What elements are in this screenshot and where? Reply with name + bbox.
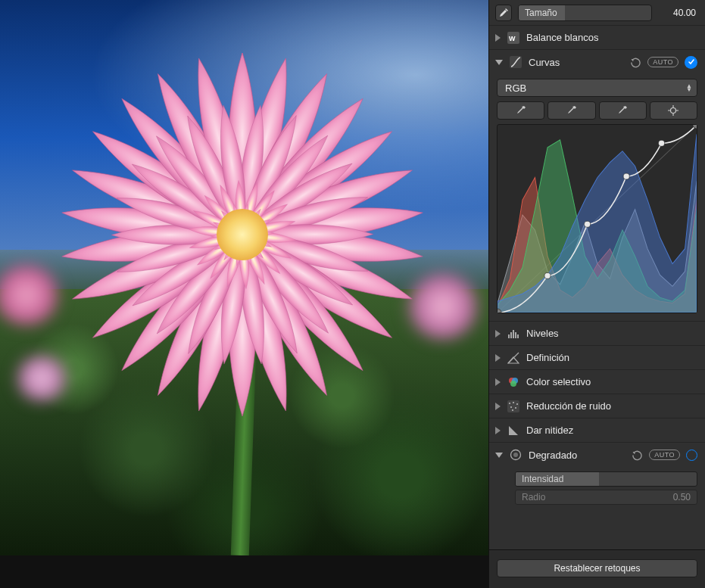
svg-point-23 [516, 403, 518, 405]
svg-rect-13 [510, 332, 512, 338]
curves-icon [509, 55, 523, 69]
svg-rect-12 [508, 334, 510, 338]
gradient-auto-button[interactable]: AUTO [649, 450, 680, 460]
image-preview[interactable] [0, 0, 488, 588]
eyedropper-gray-button[interactable] [547, 101, 595, 120]
svg-text:W: W [509, 35, 516, 42]
svg-point-24 [510, 406, 512, 408]
svg-rect-15 [515, 332, 516, 338]
stepper-icon: ▲▼ [686, 84, 692, 92]
svg-point-22 [513, 402, 514, 403]
svg-point-9 [623, 173, 629, 179]
curves-channel-dropdown[interactable]: RGB ▲▼ [497, 79, 697, 97]
white-balance-icon: W [507, 31, 520, 45]
sharpen-icon [507, 424, 520, 437]
adjustments-sidebar: Tamaño 40.00 W Balance blancos Curvas AU… [488, 0, 705, 588]
chevron-right-icon [495, 330, 501, 338]
eyedropper-black-button[interactable] [497, 101, 544, 120]
chevron-down-icon [495, 60, 503, 65]
preview-canvas [0, 0, 488, 555]
section-label: Curvas [529, 57, 624, 68]
noise-reduction-icon [507, 400, 520, 413]
reset-icon[interactable] [630, 57, 641, 68]
section-label: Dar nitidez [526, 425, 697, 436]
reset-adjustments-button[interactable]: Restablecer retoques [497, 559, 697, 577]
svg-point-25 [515, 407, 516, 409]
brush-icon [498, 8, 509, 18]
curves-auto-button[interactable]: AUTO [647, 57, 678, 67]
reset-icon[interactable] [632, 450, 643, 461]
chevron-right-icon [495, 403, 501, 410]
svg-point-4 [671, 108, 676, 114]
svg-point-21 [509, 403, 510, 404]
section-label: Degradado [529, 450, 625, 461]
chevron-right-icon [495, 34, 501, 42]
retouch-brush-button[interactable] [495, 5, 512, 21]
chevron-right-icon [495, 427, 501, 434]
retouch-size-slider[interactable]: Tamaño [518, 5, 652, 21]
target-icon [668, 105, 678, 116]
section-gradient-header[interactable]: Degradado AUTO [489, 443, 705, 467]
retouch-size-value: 40.00 [658, 8, 697, 18]
eyedropper-icon [617, 105, 628, 116]
section-label: Color selectivo [526, 376, 697, 387]
eyedropper-icon [516, 105, 526, 116]
svg-point-19 [510, 381, 516, 387]
svg-point-7 [544, 272, 551, 278]
chevron-right-icon [495, 378, 501, 386]
gradient-radius-slider[interactable]: Radio 0.50 [515, 490, 697, 505]
section-sharpen[interactable]: Dar nitidez [489, 418, 705, 443]
retouch-size-row: Tamaño 40.00 [489, 0, 705, 26]
section-selective-color[interactable]: Color selectivo [489, 370, 705, 394]
reset-adjustments-label: Restablecer retoques [554, 563, 640, 574]
retouch-size-label: Tamaño [525, 8, 557, 18]
gradient-radius-label: Radio [522, 492, 545, 502]
gradient-enabled-toggle[interactable] [686, 450, 697, 461]
levels-icon [507, 327, 520, 341]
curves-channel-value: RGB [505, 82, 526, 94]
add-point-button[interactable] [650, 101, 697, 120]
gradient-intensity-slider[interactable]: Intensidad [515, 471, 697, 487]
svg-rect-14 [513, 330, 514, 338]
section-definition[interactable]: Definición [489, 346, 705, 370]
svg-point-10 [659, 140, 665, 146]
curves-enabled-toggle[interactable] [685, 56, 697, 69]
curves-histogram[interactable] [497, 124, 697, 313]
chevron-down-icon [495, 453, 503, 458]
eyedropper-icon [566, 105, 577, 116]
selective-color-icon [507, 375, 520, 389]
section-noise-reduction[interactable]: Reducción de ruido [489, 394, 705, 418]
section-label: Definición [526, 352, 697, 363]
section-label: Balance blancos [526, 32, 697, 43]
section-label: Niveles [526, 328, 697, 339]
section-white-balance[interactable]: W Balance blancos [489, 26, 705, 50]
section-label: Reducción de ruido [526, 400, 697, 412]
section-levels[interactable]: Niveles [489, 322, 705, 346]
gradient-panel: Intensidad Radio 0.50 [489, 467, 705, 509]
gradient-icon [509, 448, 523, 462]
svg-point-8 [585, 221, 591, 227]
section-curves-header[interactable]: Curvas AUTO [489, 50, 705, 74]
curves-panel: RGB ▲▼ [489, 74, 705, 322]
svg-point-26 [512, 409, 513, 411]
eyedropper-white-button[interactable] [599, 101, 647, 120]
svg-rect-16 [517, 334, 519, 338]
definition-icon [507, 351, 520, 365]
gradient-intensity-label: Intensidad [522, 474, 563, 484]
gradient-radius-value: 0.50 [673, 492, 691, 502]
chevron-right-icon [495, 354, 501, 362]
svg-point-28 [513, 453, 518, 457]
svg-point-0 [217, 209, 268, 260]
